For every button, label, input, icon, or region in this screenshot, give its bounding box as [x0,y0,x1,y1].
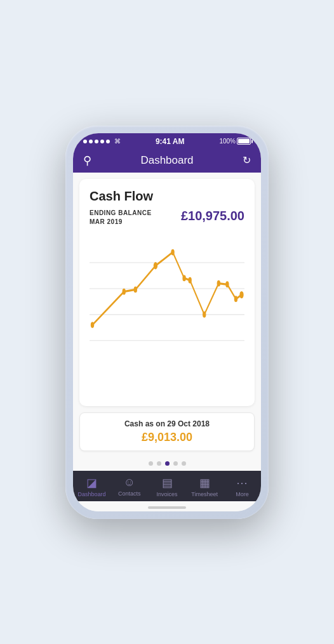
svg-point-10 [188,277,191,283]
more-icon: ⋯ [236,476,248,490]
dot-5[interactable] [182,461,186,466]
balance-amount: £10,975.00 [181,209,244,223]
svg-point-9 [182,275,185,281]
status-bar: ⌘ 9:41 AM 100% [73,133,261,148]
nav-item-more[interactable]: ⋯ More [224,476,261,497]
home-bar[interactable] [148,506,186,509]
dot-4[interactable] [173,461,178,466]
nav-item-dashboard[interactable]: ◪ Dashboard [73,476,110,497]
phone-frame: ⌘ 9:41 AM 100% ⚲ Dashboard ↻ Cash Flow [65,126,269,519]
pagination-dots [73,456,261,471]
phone-screen: ⌘ 9:41 AM 100% ⚲ Dashboard ↻ Cash Flow [73,133,261,511]
contacts-label: Contacts [118,490,141,497]
bell-icon[interactable]: ⚲ [83,154,91,168]
svg-point-13 [225,281,229,287]
cash-flow-card: Cash Flow ENDING BALANCE Mar 2019 £10,97… [79,179,255,406]
dashboard-label: Dashboard [78,491,106,497]
signal-dots: ⌘ [83,138,121,145]
svg-point-14 [234,296,237,302]
svg-point-7 [154,262,157,269]
content-area: Cash Flow ENDING BALANCE Mar 2019 £10,97… [73,173,261,471]
invoices-label: Invoices [156,491,177,497]
battery-icon [237,138,251,145]
dot-3-active[interactable] [165,461,170,466]
chart-svg [90,237,244,351]
nav-item-timesheet[interactable]: ▦ Timesheet [186,476,224,497]
nav-title: Dashboard [140,154,193,167]
dot-2[interactable] [157,461,161,466]
cash-flow-chart [90,237,244,351]
battery-text: 100% [219,138,236,145]
balance-row: ENDING BALANCE Mar 2019 £10,975.00 [90,209,244,227]
cash-date-label: Cash as on 29 Oct 2018 [86,419,248,428]
timesheet-label: Timesheet [191,491,218,497]
cash-amount: £9,013.00 [86,431,248,444]
more-label: More [236,491,249,497]
bottom-nav: ◪ Dashboard ☺ Contacts ▤ Invoices ▦ Time… [73,471,261,501]
balance-label: ENDING BALANCE Mar 2019 [90,209,152,227]
svg-point-4 [91,322,94,328]
dot-1[interactable] [149,461,153,466]
cash-info-box: Cash as on 29 Oct 2018 £9,013.00 [79,412,255,451]
svg-point-11 [203,311,206,317]
nav-item-contacts[interactable]: ☺ Contacts [110,476,148,497]
svg-point-15 [239,291,243,298]
battery-indicator: 100% [219,138,251,145]
timesheet-icon: ▦ [199,476,210,490]
contacts-icon: ☺ [124,476,135,489]
card-title: Cash Flow [90,189,244,204]
wifi-icon: ⌘ [114,138,121,145]
status-time: 9:41 AM [156,137,185,146]
home-indicator-area [73,501,261,511]
refresh-icon[interactable]: ↻ [243,154,251,166]
dashboard-icon: ◪ [86,476,97,490]
svg-point-5 [123,288,126,294]
nav-item-invoices[interactable]: ▤ Invoices [148,476,185,497]
svg-point-6 [134,286,137,292]
invoices-icon: ▤ [162,476,173,490]
svg-point-8 [171,249,174,255]
nav-bar: ⚲ Dashboard ↻ [73,148,261,173]
svg-point-12 [217,280,220,286]
